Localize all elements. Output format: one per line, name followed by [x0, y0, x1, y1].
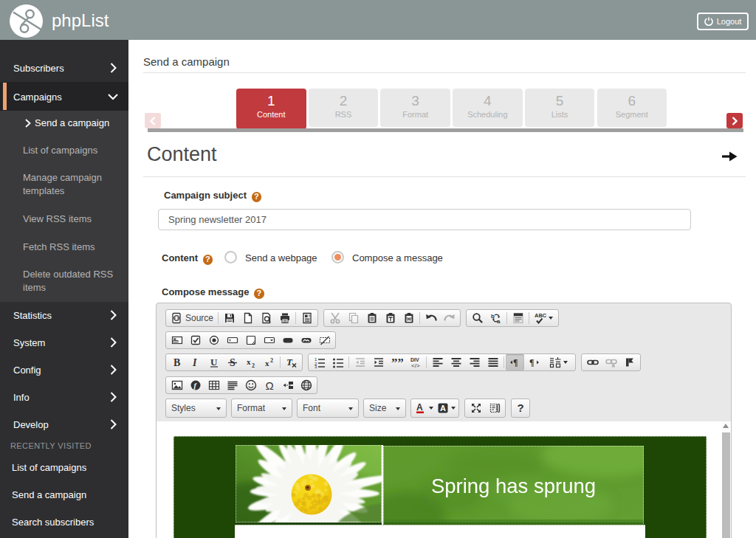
- svg-text:Ω: Ω: [265, 379, 273, 391]
- svg-text:I: I: [192, 357, 197, 368]
- svg-text:DIV: DIV: [410, 357, 419, 362]
- svg-text:x: x: [265, 359, 269, 368]
- svg-text:U: U: [210, 356, 218, 368]
- svg-text:x: x: [247, 357, 251, 366]
- svg-text:2: 2: [270, 357, 273, 364]
- svg-text:A: A: [440, 404, 446, 413]
- svg-text:¶: ¶: [529, 357, 534, 368]
- svg-text:3: 3: [315, 365, 317, 368]
- svg-text:b: b: [491, 313, 495, 320]
- svg-text:T: T: [286, 356, 293, 368]
- svg-text:B: B: [173, 357, 180, 368]
- svg-text:¶: ¶: [513, 357, 518, 368]
- svg-text:””: ””: [391, 356, 403, 368]
- svg-text:ABC: ABC: [535, 312, 546, 319]
- svg-text:?: ?: [518, 402, 524, 414]
- svg-text:A: A: [416, 402, 423, 413]
- svg-text:2: 2: [252, 362, 255, 368]
- svg-text:</>: </>: [411, 362, 420, 368]
